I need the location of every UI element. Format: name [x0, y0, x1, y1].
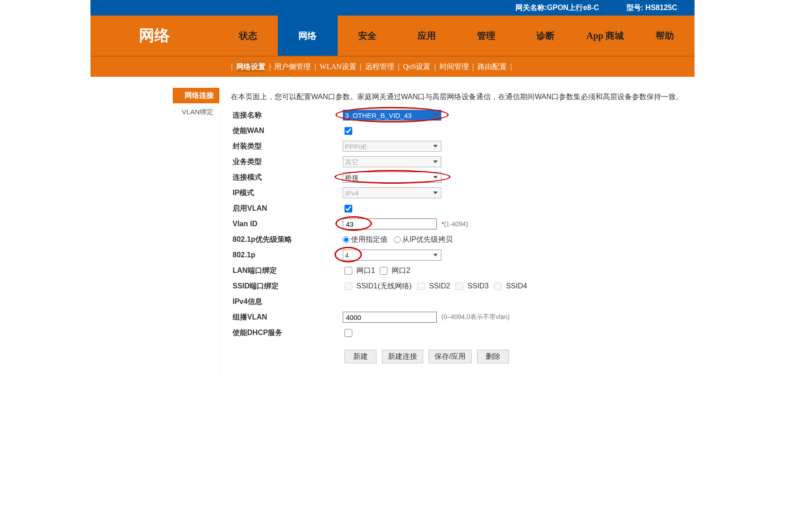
- input-vlan-id[interactable]: [343, 218, 437, 229]
- separator: |: [434, 63, 435, 71]
- tab-help[interactable]: 帮助: [635, 16, 695, 56]
- subnav-time[interactable]: 时间管理: [440, 62, 469, 72]
- save-button[interactable]: 保存/应用: [429, 350, 472, 363]
- input-mcast-vlan[interactable]: [343, 312, 437, 323]
- label-ipv4-info: IPv4信息: [231, 297, 343, 307]
- tab-network[interactable]: 网络: [278, 16, 337, 56]
- select-conn-name[interactable]: 3_OTHER_B_VID_43: [343, 110, 441, 121]
- tab-appstore[interactable]: App 商城: [576, 16, 635, 56]
- subnav-user-side[interactable]: 用户侧管理: [274, 62, 311, 72]
- label-enable-wan: 使能WAN: [231, 126, 343, 136]
- subnav-remote[interactable]: 远程管理: [365, 62, 394, 72]
- label-lan2: 网口2: [392, 266, 410, 276]
- sidebar-item-net-conn[interactable]: 网络连接: [173, 88, 219, 103]
- select-encap-type: PPPoE: [343, 141, 441, 152]
- radio-use-spec[interactable]: [343, 236, 350, 243]
- label-ssid4: SSID4: [506, 282, 527, 290]
- separator: |: [398, 63, 399, 71]
- main-tabs: 状态 网络 安全 应用 管理 诊断 App 商城 帮助: [218, 16, 695, 56]
- new-conn-button[interactable]: 新建连接: [382, 350, 423, 363]
- delete-button[interactable]: 删除: [477, 350, 509, 363]
- checkbox-ssid3[interactable]: [456, 282, 463, 290]
- gateway-name-label: 网关名称:GPON上行e8-C: [515, 3, 599, 13]
- separator: |: [269, 63, 271, 71]
- select-pri-val[interactable]: 4: [343, 250, 441, 261]
- tab-status[interactable]: 状态: [218, 16, 278, 56]
- tab-diag[interactable]: 诊断: [516, 16, 575, 56]
- checkbox-enable-wan[interactable]: [345, 127, 352, 135]
- select-svc-type: 其它: [343, 156, 441, 167]
- label-mcast-vlan: 组播VLAN: [231, 313, 343, 322]
- select-ip-mode: IPv4: [343, 187, 441, 198]
- label-enable-vlan: 启用VLAN: [231, 204, 343, 213]
- checkbox-ssid1[interactable]: [345, 282, 352, 290]
- sub-nav: | 网络设置 | 用户侧管理 | WLAN设置 | 远程管理 | QoS设置 |…: [90, 56, 695, 77]
- hint-mcast-vlan: (0–4094,0表示不带vlan): [441, 313, 509, 321]
- checkbox-enable-dhcp[interactable]: [345, 329, 352, 337]
- main-nav: 网络 状态 网络 安全 应用 管理 诊断 App 商城 帮助: [90, 16, 695, 56]
- content-panel: 在本页面上，您可以配置WAN口参数。家庭网关通过WAN口与高层网络设备通信，在通…: [219, 88, 695, 377]
- label-ssid2: SSID2: [429, 282, 450, 290]
- radio-copy-ip-wrap[interactable]: 从IP优先级拷贝: [394, 235, 453, 245]
- subnav-wlan[interactable]: WLAN设置: [320, 62, 356, 72]
- checkbox-ssid2[interactable]: [417, 282, 425, 290]
- tab-app[interactable]: 应用: [397, 16, 456, 56]
- subnav-net-settings[interactable]: 网络设置: [236, 62, 265, 72]
- subnav-route[interactable]: 路由配置: [477, 62, 507, 72]
- label-pri-policy: 802.1p优先级策略: [231, 235, 343, 245]
- checkbox-enable-vlan[interactable]: [345, 205, 352, 213]
- label-pri-val: 802.1p: [231, 251, 343, 259]
- button-row: 新建 新建连接 保存/应用 删除: [231, 350, 684, 363]
- tab-security[interactable]: 安全: [338, 16, 397, 56]
- label-enable-dhcp: 使能DHCP服务: [231, 328, 343, 338]
- intro-text: 在本页面上，您可以配置WAN口参数。家庭网关通过WAN口与高层网络设备通信，在通…: [231, 90, 684, 103]
- label-ssid1: SSID1(无线网络): [356, 282, 412, 291]
- label-ssid3: SSID3: [467, 282, 488, 290]
- subnav-qos[interactable]: QoS设置: [403, 62, 430, 72]
- radio-copy-ip[interactable]: [394, 236, 401, 243]
- label-encap-type: 封装类型: [231, 142, 343, 151]
- label-svc-type: 业务类型: [231, 157, 343, 167]
- checkbox-lan1[interactable]: [345, 267, 352, 275]
- label-vlan-id: Vlan ID: [231, 220, 343, 228]
- checkbox-lan2[interactable]: [380, 267, 387, 275]
- model-label: 型号: HS8125C: [626, 3, 677, 13]
- new-button[interactable]: 新建: [345, 350, 377, 363]
- left-column: 网络连接 VLAN绑定: [90, 88, 219, 377]
- label-lan-bind: LAN端口绑定: [231, 266, 343, 276]
- sidebar-item-vlan-bind[interactable]: VLAN绑定: [182, 103, 219, 117]
- separator: |: [360, 63, 361, 71]
- radio-copy-ip-label: 从IP优先级拷贝: [402, 235, 453, 245]
- radio-use-spec-label: 使用指定值: [351, 235, 387, 245]
- separator: |: [314, 63, 316, 71]
- radio-use-spec-wrap[interactable]: 使用指定值: [343, 235, 387, 245]
- label-ssid-bind: SSID端口绑定: [231, 282, 343, 291]
- label-lan1: 网口1: [356, 266, 375, 276]
- separator: |: [510, 63, 512, 71]
- separator: |: [231, 63, 233, 71]
- label-conn-name: 连接名称: [231, 111, 343, 120]
- brand-title: 网络: [90, 16, 218, 56]
- label-ip-mode: IP模式: [231, 188, 343, 198]
- tab-manage[interactable]: 管理: [456, 16, 516, 56]
- top-bar: 网关名称:GPON上行e8-C 型号: HS8125C: [90, 0, 695, 16]
- checkbox-ssid4[interactable]: [494, 282, 502, 290]
- hint-vlan-id: *(1-4094): [441, 220, 468, 228]
- label-conn-mode: 连接模式: [231, 173, 343, 182]
- separator: |: [472, 63, 474, 71]
- select-conn-mode[interactable]: 桥接: [343, 172, 441, 183]
